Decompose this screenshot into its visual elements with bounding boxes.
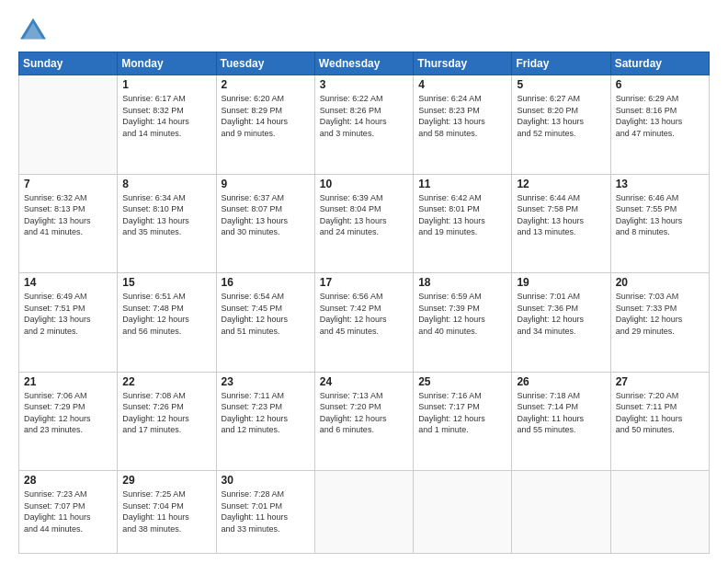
- day-number: 11: [418, 178, 506, 190]
- calendar-cell: 25Sunrise: 7:16 AM Sunset: 7:17 PM Dayli…: [414, 372, 512, 471]
- day-number: 10: [320, 178, 408, 190]
- weekday-header: Sunday: [19, 52, 118, 75]
- cell-info: Sunrise: 6:32 AM Sunset: 8:13 PM Dayligh…: [24, 192, 112, 238]
- day-number: 20: [616, 276, 704, 289]
- day-number: 6: [616, 78, 704, 91]
- calendar-cell: 1Sunrise: 6:17 AM Sunset: 8:32 PM Daylig…: [118, 75, 216, 175]
- calendar-cell: 14Sunrise: 6:49 AM Sunset: 7:51 PM Dayli…: [19, 273, 118, 373]
- day-number: 4: [418, 78, 506, 91]
- cell-info: Sunrise: 7:03 AM Sunset: 7:33 PM Dayligh…: [616, 291, 704, 337]
- calendar-cell: 6Sunrise: 6:29 AM Sunset: 8:16 PM Daylig…: [610, 75, 709, 175]
- calendar-cell: 28Sunrise: 7:23 AM Sunset: 7:07 PM Dayli…: [19, 471, 118, 554]
- header: [18, 17, 710, 42]
- day-number: 8: [122, 178, 210, 190]
- cell-info: Sunrise: 6:59 AM Sunset: 7:39 PM Dayligh…: [418, 291, 506, 337]
- calendar-cell: [610, 471, 709, 554]
- day-number: 7: [24, 178, 112, 190]
- calendar-cell: 22Sunrise: 7:08 AM Sunset: 7:26 PM Dayli…: [118, 372, 216, 471]
- day-number: 12: [517, 178, 605, 190]
- day-number: 9: [222, 178, 310, 190]
- calendar-cell: 11Sunrise: 6:42 AM Sunset: 8:01 PM Dayli…: [414, 174, 512, 273]
- cell-info: Sunrise: 7:16 AM Sunset: 7:17 PM Dayligh…: [418, 390, 506, 436]
- calendar-cell: 13Sunrise: 6:46 AM Sunset: 7:55 PM Dayli…: [610, 174, 709, 273]
- calendar-cell: 20Sunrise: 7:03 AM Sunset: 7:33 PM Dayli…: [610, 273, 709, 373]
- day-number: 30: [222, 474, 310, 487]
- cell-info: Sunrise: 7:28 AM Sunset: 7:01 PM Dayligh…: [222, 488, 310, 534]
- day-number: 27: [616, 375, 704, 388]
- cell-info: Sunrise: 6:24 AM Sunset: 8:23 PM Dayligh…: [418, 93, 506, 139]
- calendar-cell: [414, 471, 512, 554]
- calendar-week-row: 14Sunrise: 6:49 AM Sunset: 7:51 PM Dayli…: [19, 273, 710, 373]
- calendar-week-row: 1Sunrise: 6:17 AM Sunset: 8:32 PM Daylig…: [19, 75, 710, 175]
- cell-info: Sunrise: 6:54 AM Sunset: 7:45 PM Dayligh…: [222, 291, 310, 337]
- cell-info: Sunrise: 6:49 AM Sunset: 7:51 PM Dayligh…: [24, 291, 112, 337]
- calendar-table: SundayMondayTuesdayWednesdayThursdayFrid…: [18, 52, 710, 554]
- calendar-cell: 15Sunrise: 6:51 AM Sunset: 7:48 PM Dayli…: [118, 273, 216, 373]
- cell-info: Sunrise: 6:39 AM Sunset: 8:04 PM Dayligh…: [320, 192, 408, 238]
- cell-info: Sunrise: 6:34 AM Sunset: 8:10 PM Dayligh…: [122, 192, 210, 238]
- calendar-cell: 29Sunrise: 7:25 AM Sunset: 7:04 PM Dayli…: [118, 471, 216, 554]
- calendar-cell: 3Sunrise: 6:22 AM Sunset: 8:26 PM Daylig…: [314, 75, 413, 175]
- calendar-cell: 8Sunrise: 6:34 AM Sunset: 8:10 PM Daylig…: [118, 174, 216, 273]
- calendar-cell: 2Sunrise: 6:20 AM Sunset: 8:29 PM Daylig…: [216, 75, 314, 175]
- calendar-header-row: SundayMondayTuesdayWednesdayThursdayFrid…: [19, 52, 710, 75]
- calendar-cell: 12Sunrise: 6:44 AM Sunset: 7:58 PM Dayli…: [512, 174, 610, 273]
- calendar-cell: 10Sunrise: 6:39 AM Sunset: 8:04 PM Dayli…: [314, 174, 413, 273]
- day-number: 25: [418, 375, 506, 388]
- weekday-header: Thursday: [414, 52, 512, 75]
- day-number: 28: [24, 474, 112, 487]
- cell-info: Sunrise: 7:20 AM Sunset: 7:11 PM Dayligh…: [616, 390, 704, 436]
- calendar-week-row: 21Sunrise: 7:06 AM Sunset: 7:29 PM Dayli…: [19, 372, 710, 471]
- calendar-cell: 17Sunrise: 6:56 AM Sunset: 7:42 PM Dayli…: [314, 273, 413, 373]
- calendar-cell: 16Sunrise: 6:54 AM Sunset: 7:45 PM Dayli…: [216, 273, 314, 373]
- calendar-cell: 18Sunrise: 6:59 AM Sunset: 7:39 PM Dayli…: [414, 273, 512, 373]
- day-number: 2: [222, 78, 310, 91]
- day-number: 18: [418, 276, 506, 289]
- cell-info: Sunrise: 6:22 AM Sunset: 8:26 PM Dayligh…: [320, 93, 408, 139]
- cell-info: Sunrise: 6:20 AM Sunset: 8:29 PM Dayligh…: [222, 93, 310, 139]
- day-number: 29: [122, 474, 210, 487]
- day-number: 26: [517, 375, 605, 388]
- day-number: 17: [320, 276, 408, 289]
- calendar-week-row: 28Sunrise: 7:23 AM Sunset: 7:07 PM Dayli…: [19, 471, 710, 554]
- page: SundayMondayTuesdayWednesdayThursdayFrid…: [0, 0, 728, 563]
- calendar-cell: 26Sunrise: 7:18 AM Sunset: 7:14 PM Dayli…: [512, 372, 610, 471]
- calendar-cell: 4Sunrise: 6:24 AM Sunset: 8:23 PM Daylig…: [414, 75, 512, 175]
- calendar-cell: [314, 471, 413, 554]
- weekday-header: Monday: [118, 52, 216, 75]
- calendar-cell: 5Sunrise: 6:27 AM Sunset: 8:20 PM Daylig…: [512, 75, 610, 175]
- cell-info: Sunrise: 6:56 AM Sunset: 7:42 PM Dayligh…: [320, 291, 408, 337]
- day-number: 21: [24, 375, 112, 388]
- weekday-header: Saturday: [610, 52, 709, 75]
- calendar-cell: 9Sunrise: 6:37 AM Sunset: 8:07 PM Daylig…: [216, 174, 314, 273]
- calendar-cell: 24Sunrise: 7:13 AM Sunset: 7:20 PM Dayli…: [314, 372, 413, 471]
- day-number: 3: [320, 78, 408, 91]
- cell-info: Sunrise: 6:46 AM Sunset: 7:55 PM Dayligh…: [616, 192, 704, 238]
- cell-info: Sunrise: 6:51 AM Sunset: 7:48 PM Dayligh…: [122, 291, 210, 337]
- weekday-header: Wednesday: [314, 52, 413, 75]
- day-number: 16: [222, 276, 310, 289]
- cell-info: Sunrise: 6:37 AM Sunset: 8:07 PM Dayligh…: [222, 192, 310, 238]
- weekday-header: Tuesday: [216, 52, 314, 75]
- cell-info: Sunrise: 7:08 AM Sunset: 7:26 PM Dayligh…: [122, 390, 210, 436]
- cell-info: Sunrise: 7:01 AM Sunset: 7:36 PM Dayligh…: [517, 291, 605, 337]
- logo: [18, 17, 51, 42]
- cell-info: Sunrise: 6:27 AM Sunset: 8:20 PM Dayligh…: [517, 93, 605, 139]
- calendar-cell: [512, 471, 610, 554]
- calendar-cell: 7Sunrise: 6:32 AM Sunset: 8:13 PM Daylig…: [19, 174, 118, 273]
- day-number: 14: [24, 276, 112, 289]
- calendar-cell: 21Sunrise: 7:06 AM Sunset: 7:29 PM Dayli…: [19, 372, 118, 471]
- calendar-cell: 23Sunrise: 7:11 AM Sunset: 7:23 PM Dayli…: [216, 372, 314, 471]
- calendar-cell: 27Sunrise: 7:20 AM Sunset: 7:11 PM Dayli…: [610, 372, 709, 471]
- cell-info: Sunrise: 7:25 AM Sunset: 7:04 PM Dayligh…: [122, 488, 210, 534]
- day-number: 24: [320, 375, 408, 388]
- cell-info: Sunrise: 7:11 AM Sunset: 7:23 PM Dayligh…: [222, 390, 310, 436]
- cell-info: Sunrise: 7:18 AM Sunset: 7:14 PM Dayligh…: [517, 390, 605, 436]
- cell-info: Sunrise: 7:23 AM Sunset: 7:07 PM Dayligh…: [24, 488, 112, 534]
- day-number: 23: [222, 375, 310, 388]
- calendar-cell: 30Sunrise: 7:28 AM Sunset: 7:01 PM Dayli…: [216, 471, 314, 554]
- cell-info: Sunrise: 6:17 AM Sunset: 8:32 PM Dayligh…: [122, 93, 210, 139]
- cell-info: Sunrise: 6:42 AM Sunset: 8:01 PM Dayligh…: [418, 192, 506, 238]
- logo-icon: [18, 17, 48, 42]
- cell-info: Sunrise: 7:13 AM Sunset: 7:20 PM Dayligh…: [320, 390, 408, 436]
